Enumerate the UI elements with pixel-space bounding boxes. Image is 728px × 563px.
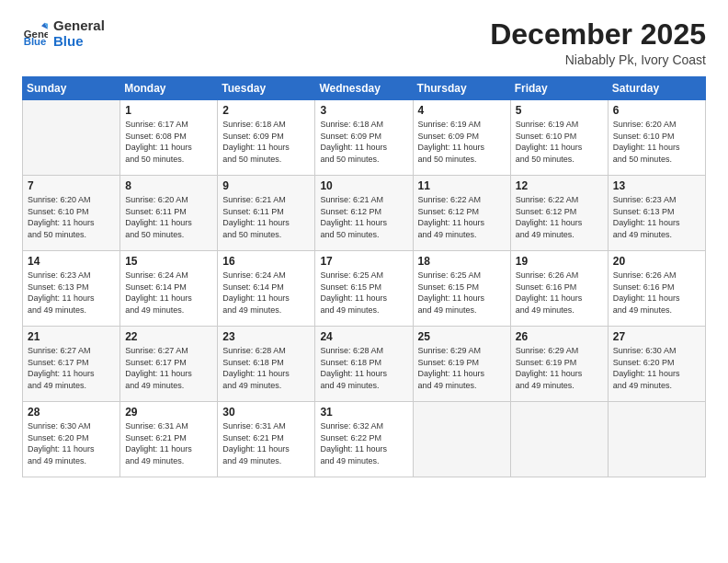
header: General Blue General Blue December 2025 … [22, 18, 706, 67]
day-info: Sunrise: 6:25 AMSunset: 6:15 PMDaylight:… [320, 270, 407, 316]
day-number: 8 [125, 179, 212, 192]
day-info: Sunrise: 6:23 AMSunset: 6:13 PMDaylight:… [28, 270, 115, 316]
day-number: 18 [418, 255, 506, 268]
day-info: Sunrise: 6:18 AMSunset: 6:09 PMDaylight:… [320, 119, 407, 165]
day-info: Sunrise: 6:25 AMSunset: 6:15 PMDaylight:… [418, 270, 506, 316]
day-info: Sunrise: 6:22 AMSunset: 6:12 PMDaylight:… [516, 194, 603, 240]
page: General Blue General Blue December 2025 … [0, 0, 728, 563]
calendar-cell [413, 402, 510, 477]
day-info: Sunrise: 6:22 AMSunset: 6:12 PMDaylight:… [418, 194, 506, 240]
calendar-cell: 4Sunrise: 6:19 AMSunset: 6:09 PMDaylight… [413, 100, 510, 176]
day-info: Sunrise: 6:24 AMSunset: 6:14 PMDaylight:… [222, 270, 310, 316]
calendar-cell: 14Sunrise: 6:23 AMSunset: 6:13 PMDayligh… [23, 251, 120, 327]
calendar-cell [23, 100, 120, 176]
location: Niabably Pk, Ivory Coast [490, 52, 706, 67]
day-info: Sunrise: 6:20 AMSunset: 6:10 PMDaylight:… [613, 119, 700, 165]
calendar-cell: 31Sunrise: 6:32 AMSunset: 6:22 PMDayligh… [315, 402, 413, 477]
calendar-cell: 16Sunrise: 6:24 AMSunset: 6:14 PMDayligh… [218, 251, 315, 327]
calendar-cell: 28Sunrise: 6:30 AMSunset: 6:20 PMDayligh… [23, 402, 120, 477]
month-title: December 2025 [490, 18, 706, 51]
calendar-header-friday: Friday [510, 77, 608, 100]
day-number: 28 [28, 406, 115, 419]
day-number: 27 [613, 330, 700, 343]
day-number: 23 [222, 330, 310, 343]
day-number: 5 [516, 104, 603, 117]
day-number: 2 [222, 104, 310, 117]
day-number: 6 [613, 104, 700, 117]
day-number: 24 [320, 330, 407, 343]
day-number: 10 [320, 179, 407, 192]
day-number: 21 [28, 330, 115, 343]
calendar-week-4: 21Sunrise: 6:27 AMSunset: 6:17 PMDayligh… [23, 327, 706, 402]
calendar-cell: 2Sunrise: 6:18 AMSunset: 6:09 PMDaylight… [218, 100, 315, 176]
day-number: 4 [418, 104, 506, 117]
day-info: Sunrise: 6:30 AMSunset: 6:20 PMDaylight:… [28, 420, 115, 466]
calendar-cell: 13Sunrise: 6:23 AMSunset: 6:13 PMDayligh… [608, 176, 705, 251]
title-block: December 2025 Niabably Pk, Ivory Coast [490, 18, 706, 67]
calendar-cell: 21Sunrise: 6:27 AMSunset: 6:17 PMDayligh… [23, 327, 120, 402]
day-info: Sunrise: 6:27 AMSunset: 6:17 PMDaylight:… [28, 345, 115, 391]
calendar-cell: 29Sunrise: 6:31 AMSunset: 6:21 PMDayligh… [120, 402, 218, 477]
day-info: Sunrise: 6:27 AMSunset: 6:17 PMDaylight:… [125, 345, 212, 391]
day-info: Sunrise: 6:29 AMSunset: 6:19 PMDaylight:… [516, 345, 603, 391]
calendar-cell: 15Sunrise: 6:24 AMSunset: 6:14 PMDayligh… [120, 251, 218, 327]
calendar-header-tuesday: Tuesday [218, 77, 315, 100]
calendar-cell: 23Sunrise: 6:28 AMSunset: 6:18 PMDayligh… [218, 327, 315, 402]
day-number: 3 [320, 104, 407, 117]
day-number: 14 [28, 255, 115, 268]
logo-blue: Blue [53, 34, 105, 50]
calendar-cell: 1Sunrise: 6:17 AMSunset: 6:08 PMDaylight… [120, 100, 218, 176]
calendar-header-saturday: Saturday [608, 77, 705, 100]
calendar-week-2: 7Sunrise: 6:20 AMSunset: 6:10 PMDaylight… [23, 176, 706, 251]
calendar-cell: 7Sunrise: 6:20 AMSunset: 6:10 PMDaylight… [23, 176, 120, 251]
calendar-cell: 27Sunrise: 6:30 AMSunset: 6:20 PMDayligh… [608, 327, 705, 402]
calendar-cell: 30Sunrise: 6:31 AMSunset: 6:21 PMDayligh… [218, 402, 315, 477]
svg-text:Blue: Blue [24, 36, 47, 47]
calendar-week-1: 1Sunrise: 6:17 AMSunset: 6:08 PMDaylight… [23, 100, 706, 176]
calendar-cell: 10Sunrise: 6:21 AMSunset: 6:12 PMDayligh… [315, 176, 413, 251]
calendar-cell: 20Sunrise: 6:26 AMSunset: 6:16 PMDayligh… [608, 251, 705, 327]
day-info: Sunrise: 6:23 AMSunset: 6:13 PMDaylight:… [613, 194, 700, 240]
day-info: Sunrise: 6:32 AMSunset: 6:22 PMDaylight:… [320, 420, 407, 466]
calendar-cell [510, 402, 608, 477]
calendar-cell: 22Sunrise: 6:27 AMSunset: 6:17 PMDayligh… [120, 327, 218, 402]
day-number: 16 [222, 255, 310, 268]
calendar-cell: 24Sunrise: 6:28 AMSunset: 6:18 PMDayligh… [315, 327, 413, 402]
day-info: Sunrise: 6:19 AMSunset: 6:09 PMDaylight:… [418, 119, 506, 165]
day-number: 12 [516, 179, 603, 192]
day-info: Sunrise: 6:24 AMSunset: 6:14 PMDaylight:… [125, 270, 212, 316]
day-info: Sunrise: 6:20 AMSunset: 6:11 PMDaylight:… [125, 194, 212, 240]
day-info: Sunrise: 6:26 AMSunset: 6:16 PMDaylight:… [516, 270, 603, 316]
day-info: Sunrise: 6:18 AMSunset: 6:09 PMDaylight:… [222, 119, 310, 165]
day-info: Sunrise: 6:28 AMSunset: 6:18 PMDaylight:… [320, 345, 407, 391]
calendar-header-wednesday: Wednesday [315, 77, 413, 100]
day-info: Sunrise: 6:21 AMSunset: 6:12 PMDaylight:… [320, 194, 407, 240]
day-info: Sunrise: 6:26 AMSunset: 6:16 PMDaylight:… [613, 270, 700, 316]
calendar-cell: 6Sunrise: 6:20 AMSunset: 6:10 PMDaylight… [608, 100, 705, 176]
calendar-header-thursday: Thursday [413, 77, 510, 100]
calendar-cell: 11Sunrise: 6:22 AMSunset: 6:12 PMDayligh… [413, 176, 510, 251]
logo-icon: General Blue [22, 21, 48, 47]
calendar-cell: 8Sunrise: 6:20 AMSunset: 6:11 PMDaylight… [120, 176, 218, 251]
day-info: Sunrise: 6:20 AMSunset: 6:10 PMDaylight:… [28, 194, 115, 240]
calendar-cell [608, 402, 705, 477]
day-number: 30 [222, 406, 310, 419]
day-info: Sunrise: 6:31 AMSunset: 6:21 PMDaylight:… [222, 420, 310, 466]
day-number: 31 [320, 406, 407, 419]
calendar-cell: 12Sunrise: 6:22 AMSunset: 6:12 PMDayligh… [510, 176, 608, 251]
day-info: Sunrise: 6:19 AMSunset: 6:10 PMDaylight:… [516, 119, 603, 165]
day-info: Sunrise: 6:30 AMSunset: 6:20 PMDaylight:… [613, 345, 700, 391]
calendar-week-3: 14Sunrise: 6:23 AMSunset: 6:13 PMDayligh… [23, 251, 706, 327]
day-info: Sunrise: 6:31 AMSunset: 6:21 PMDaylight:… [125, 420, 212, 466]
calendar-cell: 25Sunrise: 6:29 AMSunset: 6:19 PMDayligh… [413, 327, 510, 402]
day-number: 22 [125, 330, 212, 343]
day-number: 9 [222, 179, 310, 192]
day-number: 26 [516, 330, 603, 343]
day-number: 7 [28, 179, 115, 192]
logo-text: General Blue [53, 18, 105, 49]
calendar-header-monday: Monday [120, 77, 218, 100]
calendar-header-sunday: Sunday [23, 77, 120, 100]
day-info: Sunrise: 6:29 AMSunset: 6:19 PMDaylight:… [418, 345, 506, 391]
calendar: SundayMondayTuesdayWednesdayThursdayFrid… [22, 76, 706, 477]
day-number: 19 [516, 255, 603, 268]
